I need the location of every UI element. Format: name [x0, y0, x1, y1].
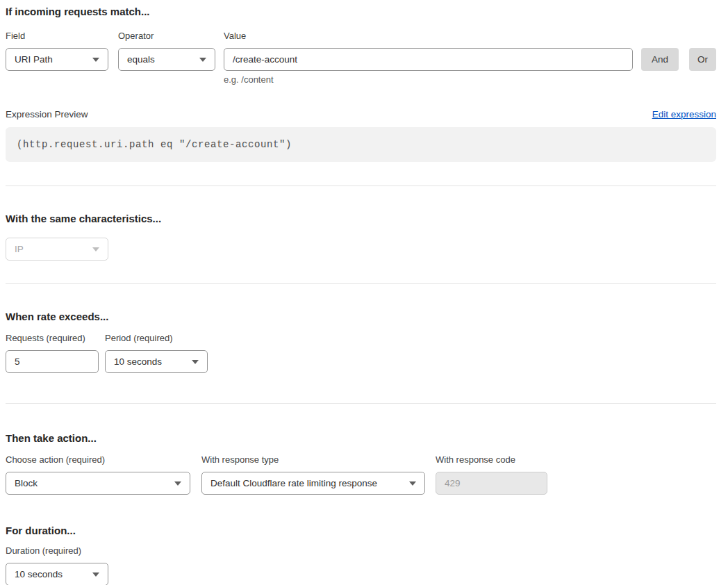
- response-type-select[interactable]: Default Cloudflare rate limiting respons…: [201, 472, 425, 495]
- section-divider: [6, 283, 716, 284]
- requests-input[interactable]: [6, 350, 99, 373]
- action-label: Choose action (required): [6, 454, 190, 465]
- response-type-column: With response type Default Cloudflare ra…: [201, 454, 425, 495]
- action-select[interactable]: Block: [6, 472, 190, 495]
- value-column: Value e.g. /content: [224, 31, 633, 85]
- duration-label: Duration (required): [6, 545, 108, 557]
- operator-label: Operator: [118, 31, 215, 42]
- response-type-select-value: Default Cloudflare rate limiting respons…: [210, 478, 377, 488]
- rate-limiting-rule-form: If incoming requests match... Field URI …: [0, 0, 728, 585]
- requests-label: Requests (required): [6, 333, 99, 344]
- period-label: Period (required): [105, 333, 208, 344]
- characteristic-select: IP: [6, 238, 108, 261]
- field-select-value: URI Path: [15, 54, 53, 65]
- characteristics-section-title: With the same characteristics...: [6, 212, 716, 225]
- value-hint: e.g. /content: [224, 74, 633, 85]
- expression-preview-label: Expression Preview: [6, 109, 88, 120]
- characteristic-select-value: IP: [15, 244, 24, 254]
- chevron-down-icon: [192, 360, 199, 364]
- response-code-column: With response code: [436, 454, 547, 495]
- field-label: Field: [6, 31, 108, 42]
- response-code-label: With response code: [436, 454, 547, 465]
- or-column: Or: [679, 31, 716, 71]
- action-fields-row: Choose action (required) Block With resp…: [6, 454, 716, 495]
- section-divider: [6, 186, 716, 186]
- edit-expression-link[interactable]: Edit expression: [652, 109, 716, 120]
- or-button[interactable]: Or: [689, 48, 716, 71]
- action-column: Choose action (required) Block: [6, 454, 190, 495]
- chevron-down-icon: [92, 247, 99, 252]
- period-select[interactable]: 10 seconds: [105, 350, 208, 373]
- chevron-down-icon: [409, 481, 416, 486]
- operator-column: Operator equals: [118, 31, 215, 71]
- rate-section-title: When rate exceeds...: [6, 310, 716, 323]
- and-column: And: [633, 31, 679, 71]
- action-section-title: Then take action...: [6, 431, 716, 445]
- duration-select-value: 10 seconds: [15, 569, 63, 579]
- chevron-down-icon: [92, 572, 99, 577]
- chevron-down-icon: [174, 481, 181, 486]
- value-label: Value: [224, 31, 633, 42]
- response-type-label: With response type: [201, 454, 425, 465]
- period-select-value: 10 seconds: [114, 356, 162, 367]
- requests-column: Requests (required): [6, 333, 99, 373]
- section-divider: [6, 403, 716, 404]
- match-section-title: If incoming requests match...: [6, 5, 716, 18]
- response-code-input: [436, 472, 547, 495]
- operator-select-value: equals: [127, 54, 155, 65]
- field-select[interactable]: URI Path: [6, 48, 108, 71]
- rate-fields-row: Requests (required) Period (required) 10…: [6, 333, 716, 373]
- duration-select[interactable]: 10 seconds: [6, 563, 108, 585]
- and-button[interactable]: And: [641, 48, 679, 71]
- operator-select[interactable]: equals: [118, 48, 215, 71]
- expression-preview-header: Expression Preview Edit expression: [6, 109, 716, 120]
- value-input[interactable]: [224, 48, 633, 71]
- duration-column: Duration (required) 10 seconds: [6, 545, 108, 585]
- period-column: Period (required) 10 seconds: [105, 333, 208, 373]
- expression-preview-code: (http.request.uri.path eq "/create-accou…: [6, 127, 716, 162]
- field-column: Field URI Path: [6, 31, 108, 71]
- chevron-down-icon: [199, 58, 206, 62]
- action-select-value: Block: [15, 478, 38, 488]
- duration-section-title: For duration...: [6, 524, 716, 537]
- chevron-down-icon: [92, 58, 99, 62]
- match-fields-row: Field URI Path Operator equals Value e.g…: [6, 31, 716, 85]
